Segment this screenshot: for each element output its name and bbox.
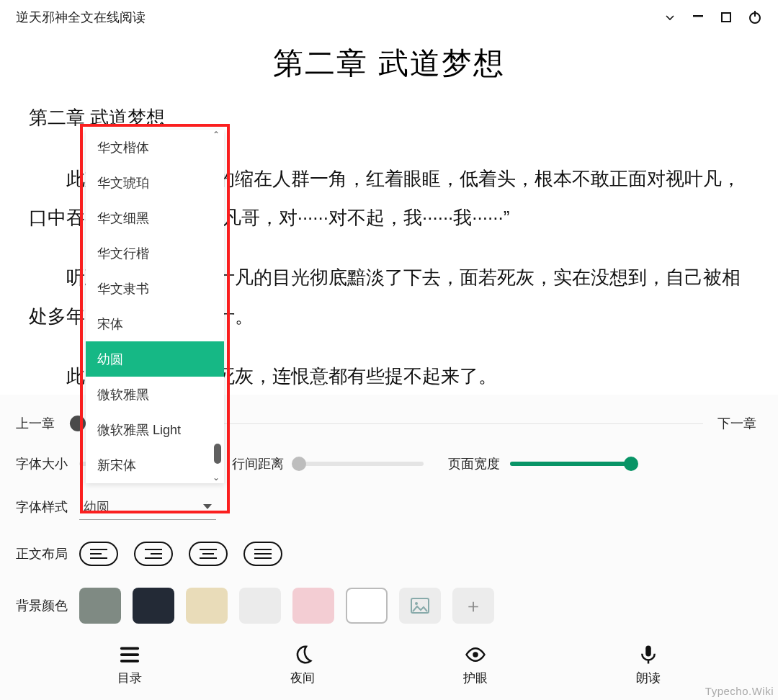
font-option[interactable]: 微软雅黑 Light [86,412,224,447]
tab-toc[interactable]: 目录 [117,644,142,686]
svg-rect-0 [693,15,703,17]
scroll-up-icon[interactable]: ⌃ [213,130,220,140]
line-gap-slider[interactable] [294,462,424,466]
scroll-down-icon[interactable]: ⌄ [213,472,220,483]
font-option[interactable]: 华文隶书 [86,271,224,306]
chapter-title: 第二章 武道梦想 [0,43,778,84]
bg-swatch[interactable] [292,588,334,624]
minimize-icon[interactable] [692,9,705,26]
bg-image-button[interactable] [399,588,441,624]
image-icon [411,598,429,614]
next-chapter-button[interactable]: 下一章 [717,415,756,432]
watermark: Typecho.Wiki [705,685,774,697]
font-option[interactable]: 新宋体 [86,447,224,483]
bg-swatch[interactable] [79,588,121,624]
menu-icon [119,644,140,665]
tab-eye-label: 护眼 [463,670,488,686]
bg-color-label: 背景颜色 [16,597,79,614]
font-option[interactable]: 华文细黑 [86,200,224,235]
svg-rect-3 [754,11,756,17]
align-center-button[interactable] [189,542,228,566]
tab-eye[interactable]: 护眼 [463,644,488,686]
font-option[interactable]: 宋体 [86,306,224,341]
mic-icon [638,644,659,665]
svg-point-18 [473,652,478,658]
layout-label: 正文布局 [16,545,79,562]
tab-read-label: 朗读 [636,670,661,686]
tab-toc-label: 目录 [117,670,142,686]
bg-swatch[interactable] [239,588,281,624]
maximize-icon[interactable] [720,12,732,23]
svg-rect-1 [722,13,730,22]
font-dropdown[interactable]: 华文楷体华文琥珀华文细黑华文行楷华文隶书宋体幼圆微软雅黑微软雅黑 Light新宋… [86,130,224,483]
font-option[interactable]: 华文行楷 [86,235,224,271]
page-width-slider[interactable] [510,462,631,466]
font-option[interactable]: 华文琥珀 [86,165,224,200]
svg-point-17 [415,602,418,605]
line-gap-label: 行间距离 [232,455,284,472]
font-family-label: 字体样式 [16,498,79,516]
bg-swatch[interactable] [133,588,174,624]
scrollbar-thumb[interactable] [214,444,221,464]
moon-icon [292,644,313,665]
align-right-button[interactable] [134,542,173,566]
eye-icon [465,644,486,665]
page-width-label: 页面宽度 [448,455,500,472]
align-left-button[interactable] [79,542,118,566]
tab-read[interactable]: 朗读 [636,644,661,686]
chevron-down-icon[interactable] [664,12,676,23]
tab-night[interactable]: 夜间 [290,644,315,686]
font-size-label: 字体大小 [16,455,79,472]
font-option[interactable]: 微软雅黑 [86,377,224,412]
prev-chapter-button[interactable]: 上一章 [16,415,55,432]
bg-swatch[interactable] [186,588,228,624]
power-icon[interactable] [748,10,762,24]
bg-add-button[interactable]: ＋ [452,588,494,624]
font-option[interactable]: 华文楷体 [86,130,224,165]
bg-swatch[interactable] [346,588,388,624]
svg-rect-19 [645,645,651,656]
font-option[interactable]: 幼圆 [86,341,224,377]
app-title: 逆天邪神全文在线阅读 [16,9,146,26]
tab-night-label: 夜间 [290,670,315,686]
highlight-box: 华文楷体华文琥珀华文细黑华文行楷华文隶书宋体幼圆微软雅黑微软雅黑 Light新宋… [80,124,230,513]
align-justify-button[interactable] [243,542,282,566]
